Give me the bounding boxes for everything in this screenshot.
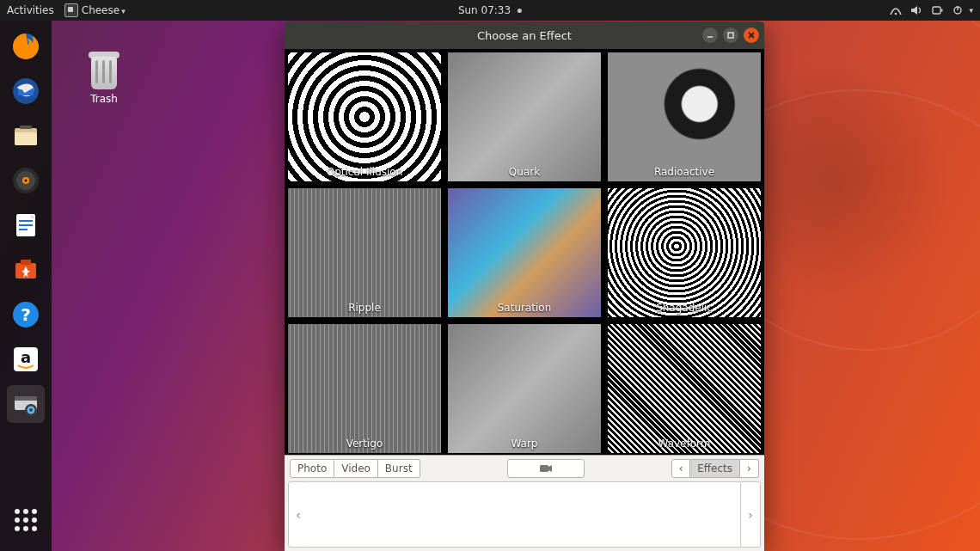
effect-ripple[interactable]: Ripple xyxy=(288,188,441,317)
effect-optical-illusion[interactable]: Optical Illusion xyxy=(288,52,441,181)
dock-ubuntu-software[interactable] xyxy=(7,251,45,289)
effect-radioactive[interactable]: Radioactive xyxy=(608,52,761,181)
volume-icon[interactable] xyxy=(910,5,922,15)
chevron-right-icon: › xyxy=(747,462,751,474)
effect-saturation[interactable]: Saturation xyxy=(448,188,601,317)
svg-point-28 xyxy=(29,408,33,412)
activities-button[interactable]: Activities xyxy=(7,4,54,16)
system-menu-chevron-icon[interactable]: ▾ xyxy=(969,6,973,15)
effect-thumbnail xyxy=(288,52,441,181)
svg-point-0 xyxy=(895,13,897,15)
dock-libreoffice-writer[interactable] xyxy=(7,206,45,244)
svg-rect-1 xyxy=(933,7,940,14)
effect-label: Shagadelic xyxy=(656,299,713,317)
window-minimize-button[interactable] xyxy=(702,28,718,43)
chevron-left-icon: ‹ xyxy=(296,508,301,522)
effects-prev-button[interactable]: ‹ xyxy=(671,459,690,478)
camera-icon xyxy=(539,463,553,474)
effects-toggle-button[interactable]: Effects xyxy=(690,459,740,478)
clock[interactable]: Sun 07:33 xyxy=(458,4,522,16)
chevron-right-icon: › xyxy=(748,508,753,522)
dock-thunderbird[interactable] xyxy=(7,72,45,110)
effect-label: Ripple xyxy=(348,299,381,317)
svg-text:a: a xyxy=(21,348,31,366)
effect-label: Warp xyxy=(511,435,537,453)
gnome-top-panel: Activities Cheese Sun 07:33 ▾ xyxy=(0,0,980,21)
mode-burst-button[interactable]: Burst xyxy=(378,459,420,478)
effect-shagadelic[interactable]: Shagadelic xyxy=(608,188,761,317)
dock-amazon[interactable]: a xyxy=(7,340,45,378)
mode-photo-button[interactable]: Photo xyxy=(290,459,334,478)
effect-vertigo[interactable]: Vertigo xyxy=(288,324,441,453)
trash-label: Trash xyxy=(74,93,134,105)
effect-warp[interactable]: Warp xyxy=(448,324,601,453)
effect-thumbnail xyxy=(288,324,441,453)
cheese-app-icon xyxy=(64,3,78,17)
dock-firefox[interactable] xyxy=(7,28,45,65)
window-close-button[interactable] xyxy=(744,28,759,43)
power-icon[interactable] xyxy=(952,5,964,15)
svg-rect-17 xyxy=(19,229,28,230)
svg-rect-31 xyxy=(540,465,548,472)
effect-label: Optical Illusion xyxy=(327,163,403,181)
effect-waveform[interactable]: Waveform xyxy=(608,324,761,453)
effect-thumbnail xyxy=(288,188,441,317)
filmstrip: ‹ › xyxy=(285,481,764,551)
clock-label: Sun 07:33 xyxy=(458,4,511,16)
mode-switcher: Photo Video Burst xyxy=(290,459,420,478)
effects-pager: ‹ Effects › xyxy=(671,459,759,478)
svg-rect-16 xyxy=(19,224,33,226)
chevron-left-icon: ‹ xyxy=(679,462,683,474)
effects-grid-area: Optical Illusion Quark Radioactive Rippl… xyxy=(285,49,764,455)
dock-files[interactable] xyxy=(7,117,45,155)
mode-video-button[interactable]: Video xyxy=(334,459,378,478)
cheese-window: Choose an Effect Optical Illusion Quark xyxy=(285,21,764,551)
effect-quark[interactable]: Quark xyxy=(448,52,601,181)
svg-rect-25 xyxy=(15,396,37,401)
dock: ? a xyxy=(0,21,52,551)
svg-rect-9 xyxy=(20,126,32,129)
svg-rect-19 xyxy=(21,260,31,265)
effect-thumbnail xyxy=(608,52,761,181)
filmstrip-next-button[interactable]: › xyxy=(740,481,761,548)
filmstrip-body[interactable] xyxy=(308,481,741,548)
trash-desktop-icon[interactable]: Trash xyxy=(74,48,134,105)
effect-label: Radioactive xyxy=(654,163,714,181)
dock-cheese[interactable] xyxy=(7,385,45,423)
app-menu[interactable]: Cheese xyxy=(64,3,126,17)
window-maximize-button[interactable] xyxy=(723,28,738,43)
svg-rect-15 xyxy=(19,220,33,222)
effect-label: Waveform xyxy=(658,435,711,453)
svg-point-13 xyxy=(25,180,28,182)
window-title: Choose an Effect xyxy=(477,29,572,42)
effect-thumbnail xyxy=(448,52,601,181)
effect-thumbnail xyxy=(448,188,601,317)
battery-or-lock-icon[interactable] xyxy=(931,5,943,15)
svg-text:?: ? xyxy=(21,304,31,325)
shutter-button[interactable] xyxy=(507,459,585,478)
trash-icon xyxy=(85,48,123,89)
effect-thumbnail xyxy=(608,188,761,317)
svg-rect-2 xyxy=(941,9,943,12)
effects-next-button[interactable]: › xyxy=(740,459,759,478)
svg-rect-8 xyxy=(15,132,37,145)
dock-rhythmbox[interactable] xyxy=(7,162,45,199)
notification-dot-icon xyxy=(518,9,522,13)
effect-thumbnail xyxy=(448,324,601,453)
show-applications-button[interactable] xyxy=(7,501,45,539)
window-titlebar[interactable]: Choose an Effect xyxy=(285,21,764,49)
effect-thumbnail xyxy=(608,324,761,453)
effect-label: Saturation xyxy=(498,299,552,317)
svg-rect-30 xyxy=(728,33,733,38)
filmstrip-prev-button[interactable]: ‹ xyxy=(288,481,309,548)
app-menu-label: Cheese xyxy=(82,4,126,16)
effect-label: Vertigo xyxy=(346,435,383,453)
effect-label: Quark xyxy=(509,163,540,181)
cheese-toolbar: Photo Video Burst ‹ Effects › xyxy=(285,455,764,481)
dock-help[interactable]: ? xyxy=(7,296,45,334)
network-icon[interactable] xyxy=(890,5,902,15)
